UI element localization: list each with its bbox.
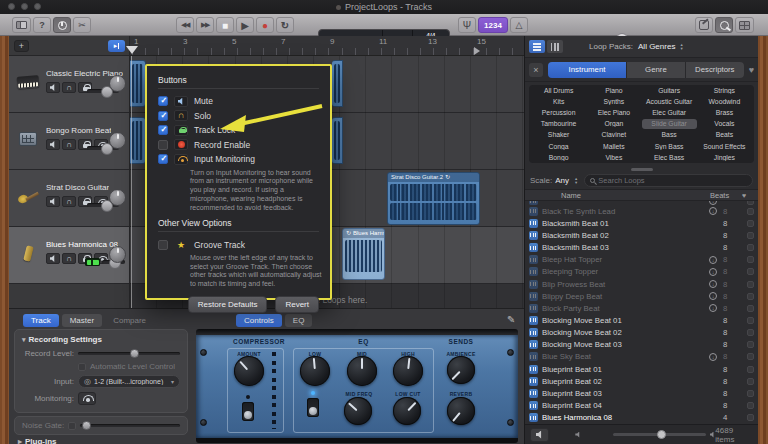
download-icon[interactable] xyxy=(709,280,717,288)
track-header[interactable]: Blues Harmonica 08 xyxy=(9,227,129,284)
favorite-checkbox[interactable] xyxy=(747,256,754,263)
clear-keywords-button[interactable] xyxy=(529,63,543,77)
favorite-checkbox[interactable] xyxy=(747,208,754,215)
playhead[interactable] xyxy=(126,46,138,54)
record-level-slider[interactable] xyxy=(78,352,180,355)
keyword-button[interactable]: Syn Bass xyxy=(642,143,697,150)
loop-row[interactable]: Blocking Move Beat 01 8 xyxy=(525,314,758,326)
compressor-switch[interactable] xyxy=(242,402,254,421)
auto-level-checkbox[interactable] xyxy=(78,363,86,371)
mute-button[interactable] xyxy=(46,82,60,93)
keyword-button[interactable]: Piano xyxy=(586,87,641,94)
loop-row[interactable]: Blue Sky Beat 8 xyxy=(525,351,758,363)
download-icon[interactable] xyxy=(709,268,717,276)
keyword-button[interactable]: Strings xyxy=(697,87,752,94)
preview-volume-thumb[interactable] xyxy=(657,430,666,439)
keyword-button[interactable]: Conga xyxy=(531,143,586,150)
favorite-checkbox[interactable] xyxy=(747,232,754,239)
recording-settings-disclosure[interactable]: Recording Settings xyxy=(22,335,180,344)
loop-row[interactable]: Blip Prowess Beat 8 xyxy=(525,278,758,290)
loop-browser-button[interactable] xyxy=(715,17,733,33)
eq-mid-freq-knob[interactable] xyxy=(344,397,372,425)
input-source-dropdown[interactable]: 1-2 (Built-...icrophone) xyxy=(78,375,180,388)
keyword-button[interactable]: Slide Guitar xyxy=(642,119,697,129)
download-icon[interactable] xyxy=(709,353,717,361)
catch-playhead-button[interactable] xyxy=(108,40,125,52)
smart-controls-tab[interactable]: EQ xyxy=(285,314,313,327)
track-pan-knob[interactable] xyxy=(109,189,126,206)
loop-row[interactable]: Blippy Deep Beat 8 xyxy=(525,290,758,302)
project-end-marker[interactable] xyxy=(474,47,480,55)
compressor-amount-knob[interactable] xyxy=(234,356,264,386)
region-clipped[interactable] xyxy=(332,60,343,107)
eq-low-cut-knob[interactable] xyxy=(393,397,421,425)
library-button[interactable] xyxy=(12,17,31,33)
favorite-checkbox[interactable] xyxy=(747,305,754,312)
keyword-button[interactable]: All Drums xyxy=(531,87,586,94)
editors-button[interactable] xyxy=(73,17,91,33)
favorite-checkbox[interactable] xyxy=(747,268,754,275)
region-blues-harmonica[interactable]: Blues Harmo xyxy=(342,228,385,280)
name-column-header[interactable]: Name xyxy=(525,191,710,200)
edit-pencil-icon[interactable] xyxy=(507,314,515,325)
rewind-button[interactable] xyxy=(176,17,194,33)
loop-browser-tab[interactable]: Descriptors xyxy=(686,62,744,78)
favorites-heart-icon[interactable] xyxy=(749,65,754,75)
button-view-toggle[interactable] xyxy=(529,40,545,53)
favorite-checkbox[interactable] xyxy=(747,402,754,409)
keyword-button[interactable]: Synths xyxy=(586,98,641,105)
tuner-button[interactable] xyxy=(458,17,476,33)
keyword-button[interactable]: Woodwind xyxy=(697,98,752,105)
inspector-tab[interactable]: Master xyxy=(62,314,102,327)
stop-button[interactable] xyxy=(216,17,234,33)
keyword-button[interactable]: Guitars xyxy=(642,87,697,94)
beats-column-header[interactable]: Beats xyxy=(710,191,742,200)
favorite-checkbox[interactable] xyxy=(747,244,754,251)
preview-volume-button[interactable] xyxy=(530,428,549,442)
keyword-button[interactable]: Tambourine xyxy=(531,120,586,127)
track-pan-knob[interactable] xyxy=(109,132,126,149)
keyword-button[interactable]: Shaker xyxy=(531,131,586,138)
favorite-checkbox[interactable] xyxy=(747,353,754,360)
keyword-button[interactable]: Beats xyxy=(697,131,752,138)
favorite-checkbox[interactable] xyxy=(747,329,754,336)
loop-row[interactable]: Blacksmith Beat 03 8 xyxy=(525,241,758,253)
media-browser-button[interactable] xyxy=(735,17,754,33)
quick-help-button[interactable] xyxy=(33,17,51,33)
smart-controls-button[interactable] xyxy=(53,17,71,33)
inspector-tab[interactable]: Track xyxy=(23,314,59,327)
noise-gate-slider[interactable] xyxy=(80,424,180,427)
search-field[interactable] xyxy=(584,174,753,187)
loop-row[interactable]: Blacksmith Beat 02 8 xyxy=(525,229,758,241)
window-close-button[interactable] xyxy=(8,3,15,10)
loop-row[interactable]: Blueprint Beat 03 8 xyxy=(525,387,758,399)
window-zoom-button[interactable] xyxy=(34,3,41,10)
favorites-column-header[interactable] xyxy=(742,192,758,199)
forward-button[interactable] xyxy=(196,17,214,33)
eq-mid-knob[interactable] xyxy=(347,356,377,386)
plugins-disclosure[interactable]: Plug-ins xyxy=(18,437,57,444)
monitoring-button[interactable] xyxy=(78,392,96,405)
favorite-checkbox[interactable] xyxy=(747,366,754,373)
mute-button[interactable] xyxy=(46,253,60,264)
eq-switch[interactable] xyxy=(307,398,319,417)
region-strat-disco-guitar[interactable]: Strat Disco Guitar.2 xyxy=(387,172,480,225)
smart-controls-tab[interactable]: Controls xyxy=(236,314,282,327)
keyword-button[interactable]: Bongo xyxy=(531,154,586,161)
scale-dropdown[interactable]: Any xyxy=(555,176,569,185)
download-icon[interactable] xyxy=(709,207,717,215)
eq-low-knob[interactable] xyxy=(300,356,330,386)
loop-browser-tab[interactable]: Instrument xyxy=(548,62,626,78)
record-enable-led[interactable] xyxy=(85,258,100,266)
solo-button[interactable] xyxy=(62,82,76,93)
inspector-tab[interactable]: Compare xyxy=(105,314,154,327)
track-pan-knob[interactable] xyxy=(109,75,126,92)
metronome-button[interactable] xyxy=(510,17,528,33)
solo-button[interactable] xyxy=(62,253,76,264)
keyword-button[interactable]: Clavinet xyxy=(586,131,641,138)
region-clipped[interactable] xyxy=(130,117,146,164)
loop-packs-dropdown[interactable]: All Genres xyxy=(638,42,675,51)
keyword-button[interactable]: Percussion xyxy=(531,109,586,116)
keyword-button[interactable]: Mallets xyxy=(586,143,641,150)
loop-row[interactable]: Bleeping Topper 8 xyxy=(525,266,758,278)
